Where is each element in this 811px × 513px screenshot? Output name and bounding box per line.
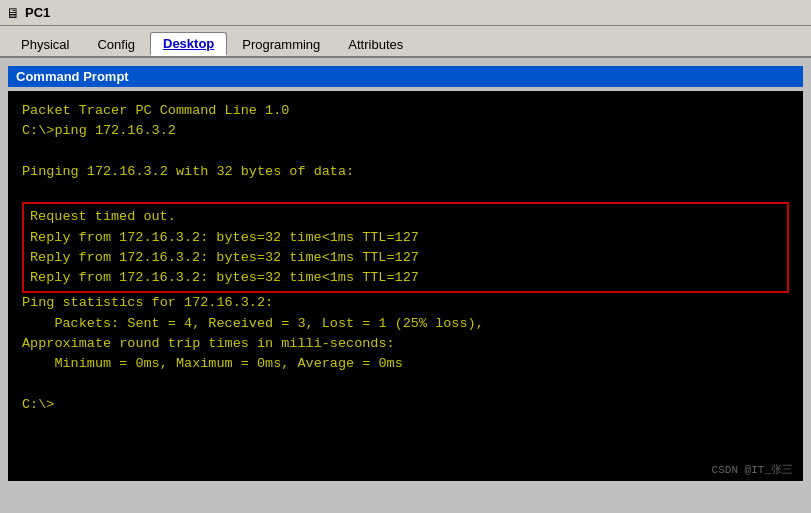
terminal-line-8: Reply from 172.16.3.2: bytes=32 time<1ms… [30, 268, 781, 288]
watermark: CSDN @IT_张三 [712, 462, 793, 477]
terminal-stats-blank [22, 374, 789, 394]
cmd-title-text: Command Prompt [16, 69, 129, 84]
tab-physical[interactable]: Physical [8, 33, 82, 56]
terminal-line-5: Request timed out. [30, 207, 781, 227]
terminal-stats-2: Packets: Sent = 4, Received = 3, Lost = … [22, 314, 789, 334]
terminal-stats-3: Approximate round trip times in milli-se… [22, 334, 789, 354]
terminal[interactable]: Packet Tracer PC Command Line 1.0 C:\>pi… [8, 91, 803, 481]
terminal-line-6: Reply from 172.16.3.2: bytes=32 time<1ms… [30, 228, 781, 248]
cmd-title-bar: Command Prompt [8, 66, 803, 87]
tab-attributes[interactable]: Attributes [335, 33, 416, 56]
window-icon: 🖥 [6, 5, 20, 21]
tab-bar: Physical Config Desktop Programming Attr… [0, 26, 811, 58]
tab-config[interactable]: Config [84, 33, 148, 56]
terminal-line-blank1 [22, 142, 789, 162]
terminal-line-blank2 [22, 182, 789, 202]
terminal-stats-1: Ping statistics for 172.16.3.2: [22, 293, 789, 313]
terminal-line-7: Reply from 172.16.3.2: bytes=32 time<1ms… [30, 248, 781, 268]
window-title: PC1 [25, 5, 50, 20]
terminal-prompt: C:\> [22, 395, 789, 415]
tab-programming[interactable]: Programming [229, 33, 333, 56]
terminal-line-3: Pinging 172.16.3.2 with 32 bytes of data… [22, 162, 789, 182]
title-bar: 🖥 PC1 [0, 0, 811, 26]
terminal-line-1: C:\>ping 172.16.3.2 [22, 121, 789, 141]
terminal-line-0: Packet Tracer PC Command Line 1.0 [22, 101, 789, 121]
terminal-stats-4: Minimum = 0ms, Maximum = 0ms, Average = … [22, 354, 789, 374]
tab-desktop[interactable]: Desktop [150, 32, 227, 56]
